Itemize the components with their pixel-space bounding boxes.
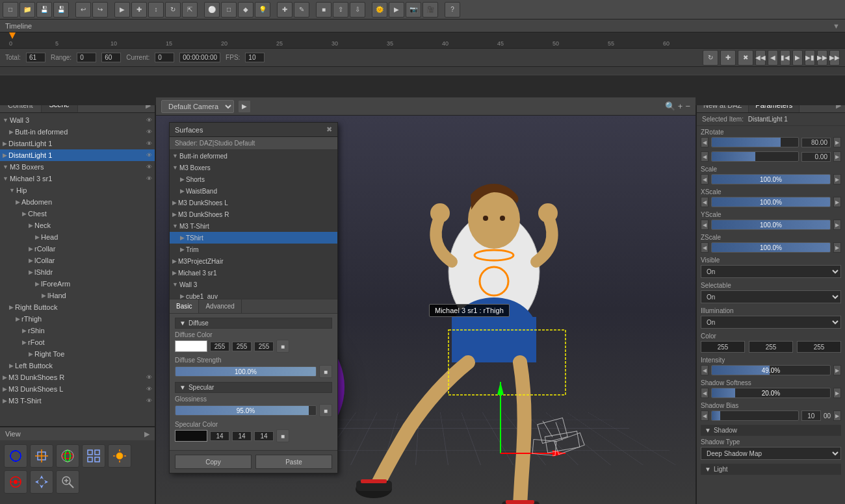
surf-tshirt[interactable]: ▶TShirt xyxy=(170,232,337,244)
surf-m3projectzhair[interactable]: ▶M3ProjectZHair xyxy=(170,255,337,267)
timeline-loop[interactable]: ↻ xyxy=(703,50,718,66)
tree-abdomen[interactable]: ▶ Abdomen xyxy=(0,196,155,208)
surf-m3dunkshoes-l[interactable]: ▶M3 DunkShoes L xyxy=(170,197,337,208)
scale-dec[interactable]: ◀ xyxy=(701,174,708,184)
eye-wall3[interactable]: 👁 xyxy=(146,117,152,123)
yscale-dec[interactable]: ◀ xyxy=(701,220,708,230)
surfaces-title-bar[interactable]: Surfaces ✖ xyxy=(170,123,337,137)
eye-dunkr[interactable]: 👁 xyxy=(146,374,152,381)
shadow-softness-dec[interactable]: ◀ xyxy=(701,388,708,398)
timeline-ruler[interactable]: 0 5 10 15 20 25 30 35 40 45 50 55 60 xyxy=(0,32,845,49)
view-icon6[interactable] xyxy=(4,470,27,494)
surf-shorts[interactable]: ▶Shorts xyxy=(170,173,337,185)
tree-michael3sr1[interactable]: ▼ Michael 3 sr1 👁 xyxy=(0,173,155,184)
illumination-dropdown[interactable]: OnOff xyxy=(701,316,841,329)
tool-camera[interactable]: 📷 xyxy=(406,2,421,18)
tool-preview[interactable]: ▶ xyxy=(389,2,404,18)
tree-m3tshirt[interactable]: ▶ M3 T-Shirt 👁 xyxy=(0,395,155,407)
intensity-slider[interactable]: 49.0% xyxy=(711,365,831,375)
playback-go-start[interactable]: ◀◀ xyxy=(755,50,766,66)
camera-select[interactable]: Default Camera xyxy=(161,100,234,113)
tree-butt-deformed[interactable]: ▶ Butt-in deformed 👁 xyxy=(0,126,155,138)
tree-hip[interactable]: ▼ Hip xyxy=(0,184,155,196)
tree-ishldr[interactable]: ▶ lShldr xyxy=(0,266,155,278)
zoom-in-icon[interactable]: + xyxy=(678,101,683,111)
eye-dunkl[interactable]: 👁 xyxy=(146,386,152,392)
playback-go-end[interactable]: ▶▶ xyxy=(829,50,840,66)
view-icon5[interactable] xyxy=(108,444,131,468)
playback-step-back[interactable]: ▮◀ xyxy=(780,50,790,66)
tree-neck[interactable]: ▶ Neck xyxy=(0,220,155,231)
timeline-del-key[interactable]: ✖ xyxy=(738,50,753,66)
tool-up[interactable]: ⇧ xyxy=(333,2,348,18)
shadow-bias-inc[interactable]: ▶ xyxy=(833,410,841,421)
tool-help[interactable]: ? xyxy=(445,2,460,18)
shadow-softness-slider[interactable]: 20.0% xyxy=(711,388,831,398)
scene-tree[interactable]: ▼ Wall 3 👁 ▶ Butt-in deformed 👁 ▶ Distan… xyxy=(0,113,155,409)
view-icon3[interactable] xyxy=(56,444,79,468)
zscale-slider[interactable]: 100.0% xyxy=(711,242,831,253)
diffuse-r[interactable] xyxy=(210,342,229,351)
specular-color-swatch[interactable] xyxy=(175,430,207,442)
tool-move[interactable]: ↕ xyxy=(148,2,164,18)
tool-transform[interactable]: ✚ xyxy=(131,2,147,18)
diffuse-b[interactable] xyxy=(254,342,274,351)
surf-m3tshirt[interactable]: ▼M3 T-Shirt xyxy=(170,220,337,232)
surf-m3boxers[interactable]: ▼M3 Boxers xyxy=(170,162,337,173)
range-end[interactable]: 60 xyxy=(101,53,121,62)
tool-save[interactable]: 💾 xyxy=(36,2,52,18)
xscale-inc[interactable]: ▶ xyxy=(833,197,841,207)
yscale-slider[interactable]: 100.0% xyxy=(711,220,831,230)
tool-redo[interactable]: ↪ xyxy=(92,2,108,18)
eye-tshirt[interactable]: 👁 xyxy=(146,397,152,404)
surf-butt-deformed[interactable]: ▼Butt-in deformed xyxy=(170,150,337,162)
tool-add-node[interactable]: ✚ xyxy=(277,2,292,18)
eye-dl1a[interactable]: 👁 xyxy=(146,140,152,147)
xscale-dec[interactable]: ◀ xyxy=(701,197,708,207)
tree-lcollar[interactable]: ▶ lCollar xyxy=(0,255,155,266)
diffuse-color-swatch[interactable] xyxy=(175,340,207,352)
tool-create2[interactable]: ◆ xyxy=(238,2,254,18)
tree-rthigh[interactable]: ▶ rThigh xyxy=(0,313,155,325)
zscale-dec[interactable]: ◀ xyxy=(701,242,708,253)
tree-m3dunkshoes-l[interactable]: ▶ M3 DunkShoes L 👁 xyxy=(0,383,155,395)
tree-head[interactable]: ▶ Head xyxy=(0,231,155,243)
eye-boxers[interactable]: 👁 xyxy=(146,164,152,170)
view-icon4[interactable] xyxy=(82,444,105,468)
surf-cube1auv[interactable]: ▶cube1_auv xyxy=(170,290,337,299)
playback-play[interactable]: ▶ xyxy=(792,50,803,66)
tool-saveas[interactable]: 💾 xyxy=(53,2,69,18)
tree-distantlight1a[interactable]: ▶ DistantLight 1 👁 xyxy=(0,138,155,149)
visible-dropdown[interactable]: OnOff xyxy=(701,265,841,278)
eye-dl1b[interactable]: 👁 xyxy=(146,152,152,158)
zrotate-dec[interactable]: ◀ xyxy=(701,137,708,147)
selectable-dropdown[interactable]: OnOff xyxy=(701,290,841,303)
scale-slider[interactable]: 100.0% xyxy=(711,174,831,184)
view-icon2[interactable] xyxy=(30,444,53,468)
surf-trim[interactable]: ▶Trim xyxy=(170,244,337,255)
tool-rotate[interactable]: ↻ xyxy=(165,2,181,18)
tool-film[interactable]: 🎥 xyxy=(422,2,438,18)
tool-box[interactable]: □ xyxy=(221,2,237,18)
color-g[interactable] xyxy=(749,341,793,353)
surfaces-close-btn[interactable]: ✖ xyxy=(326,125,332,134)
zoom-out-icon[interactable]: − xyxy=(685,101,690,111)
diffuse-strength-slider[interactable]: 100.0% xyxy=(175,366,317,377)
color-r[interactable] xyxy=(701,341,745,353)
glossiness-btn[interactable]: ■ xyxy=(319,404,332,417)
eye-michael[interactable]: 👁 xyxy=(146,175,152,182)
zrotate-inc[interactable]: ▶ xyxy=(833,137,841,147)
shadow-bias-value[interactable] xyxy=(801,410,821,421)
shadow-bias-slider[interactable] xyxy=(711,410,799,421)
tree-left-buttock[interactable]: ▶ Left Buttock xyxy=(0,360,155,372)
specular-r[interactable] xyxy=(210,431,229,441)
specular-color-picker[interactable]: ■ xyxy=(276,429,289,442)
fps-value[interactable]: 10 xyxy=(245,53,265,62)
yscale-inc[interactable]: ▶ xyxy=(833,220,841,230)
diffuse-section-header[interactable]: ▼ Diffuse xyxy=(175,318,332,329)
surf-tab-advanced[interactable]: Advanced xyxy=(199,299,241,313)
camera-play[interactable]: ▶ xyxy=(238,100,251,113)
shadow-type-dropdown[interactable]: Deep Shadow Map Shadow Map Ray Trace xyxy=(701,447,841,460)
tool-pin[interactable]: ■ xyxy=(316,2,332,18)
tree-distantlight1b[interactable]: ▶ DistantLight 1 👁 xyxy=(0,149,155,161)
